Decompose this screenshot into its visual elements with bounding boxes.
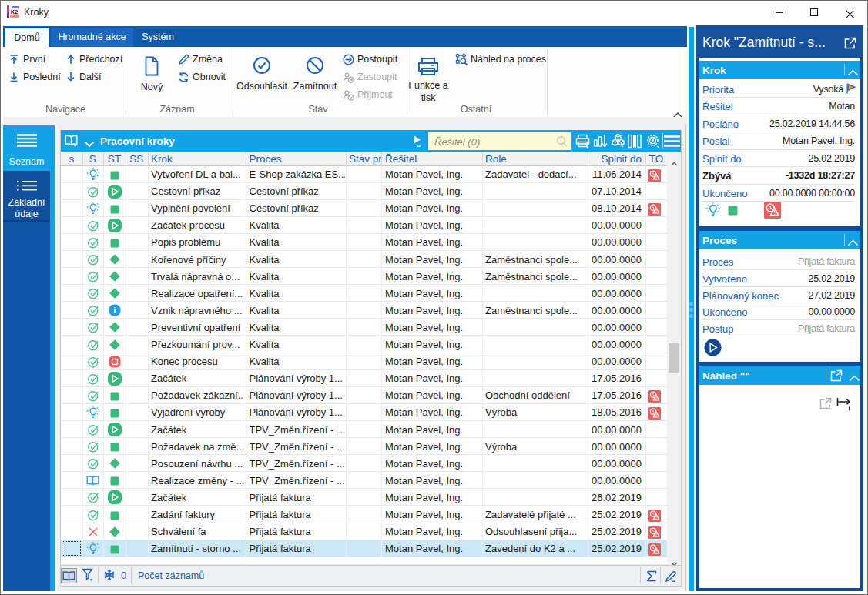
- svg-text:K2: K2: [11, 8, 18, 15]
